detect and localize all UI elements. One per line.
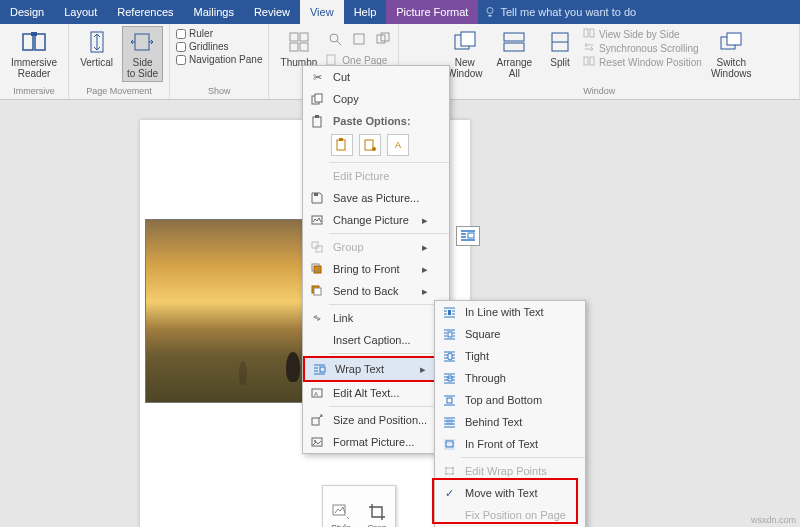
menu-link[interactable]: Link: [303, 307, 449, 329]
arrange-all-icon: [500, 29, 528, 55]
tab-mailings[interactable]: Mailings: [184, 0, 244, 24]
svg-rect-44: [320, 367, 325, 372]
group-label-window: Window: [583, 86, 615, 97]
menu-cut[interactable]: ✂Cut: [303, 66, 449, 88]
new-window-icon[interactable]: [374, 30, 392, 48]
svg-rect-34: [365, 140, 373, 150]
navigation-pane-checkbox[interactable]: Navigation Pane: [176, 54, 262, 65]
wrap-square-icon: [441, 326, 457, 342]
tab-references[interactable]: References: [107, 0, 183, 24]
arrange-all-button[interactable]: Arrange All: [492, 26, 538, 82]
crop-button[interactable]: Crop: [359, 486, 395, 527]
wrap-front-icon: [441, 436, 457, 452]
menu-send-to-back[interactable]: Send to Back▸: [303, 280, 449, 302]
svg-point-58: [452, 467, 454, 469]
send-back-icon: [309, 283, 325, 299]
tab-view[interactable]: View: [300, 0, 344, 24]
immersive-reader-button[interactable]: Immersive Reader: [6, 26, 62, 82]
svg-rect-50: [448, 310, 451, 315]
copy-icon: [309, 91, 325, 107]
svg-rect-27: [468, 233, 474, 238]
layout-options-button[interactable]: [456, 226, 480, 246]
wrap-topbottom-icon: [441, 392, 457, 408]
wrap-behind-text[interactable]: Behind Text: [435, 411, 585, 433]
svg-rect-39: [316, 246, 322, 252]
svg-rect-24: [590, 57, 594, 65]
svg-point-57: [445, 467, 447, 469]
menu-format-picture[interactable]: Format Picture...: [303, 431, 449, 453]
alt-text-icon: A: [309, 385, 325, 401]
menu-paste-header: Paste Options:: [303, 110, 449, 132]
wrap-through[interactable]: Through: [435, 367, 585, 389]
paste-option-2[interactable]: [359, 134, 381, 156]
tab-bar: Design Layout References Mailings Review…: [0, 0, 800, 24]
svg-rect-16: [461, 32, 475, 46]
menu-size-position[interactable]: Size and Position...: [303, 409, 449, 431]
group-icon: [309, 239, 325, 255]
cut-icon: ✂: [309, 69, 325, 85]
wrap-top-bottom[interactable]: Top and Bottom: [435, 389, 585, 411]
svg-rect-21: [584, 29, 588, 37]
wrap-in-front-of-text[interactable]: In Front of Text: [435, 433, 585, 455]
split-button[interactable]: Split: [541, 26, 579, 71]
tell-me[interactable]: Tell me what you want to do: [478, 6, 642, 18]
change-picture-icon: [309, 212, 325, 228]
gridlines-checkbox[interactable]: Gridlines: [176, 41, 262, 52]
split-icon: [546, 29, 574, 55]
crop-icon: [368, 503, 386, 521]
menu-edit-alt-text[interactable]: AEdit Alt Text...: [303, 382, 449, 404]
menu-copy[interactable]: Copy: [303, 88, 449, 110]
menu-save-as-picture[interactable]: Save as Picture...: [303, 187, 449, 209]
sync-scroll-option: Synchronous Scrolling: [583, 42, 702, 54]
paste-option-1[interactable]: [331, 134, 353, 156]
tab-help[interactable]: Help: [344, 0, 387, 24]
watermark: wsxdn.com: [751, 515, 796, 525]
menu-bring-to-front[interactable]: Bring to Front▸: [303, 258, 449, 280]
side-to-side-icon: [128, 29, 156, 55]
tab-layout[interactable]: Layout: [54, 0, 107, 24]
svg-rect-17: [504, 33, 524, 41]
svg-point-8: [330, 34, 338, 42]
switch-windows-button[interactable]: Switch Windows: [706, 26, 757, 82]
wrap-square[interactable]: Square: [435, 323, 585, 345]
svg-rect-43: [314, 288, 321, 295]
layout-options-icon: [460, 229, 476, 243]
vertical-scroll-icon: [83, 29, 111, 55]
wrap-text-submenu: In Line with Text Square Tight Through T…: [434, 300, 586, 527]
svg-rect-26: [727, 33, 741, 45]
group-immersive: Immersive Reader Immersive: [0, 24, 69, 99]
svg-rect-5: [300, 33, 308, 41]
zoom-100-icon[interactable]: [350, 30, 368, 48]
group-label-page-movement: Page Movement: [86, 86, 152, 97]
svg-rect-56: [446, 468, 453, 474]
menu-change-picture[interactable]: Change Picture▸: [303, 209, 449, 231]
style-button[interactable]: Style: [323, 486, 359, 527]
wrap-move-with-text[interactable]: ✓Move with Text: [435, 482, 585, 504]
svg-rect-47: [312, 418, 319, 425]
svg-point-35: [372, 147, 376, 151]
document-area: Style Crop ✂Cut Copy Paste Options: A Ed…: [0, 100, 800, 527]
lightbulb-icon: [484, 6, 496, 18]
svg-rect-12: [327, 55, 335, 65]
menu-wrap-text[interactable]: Wrap Text▸: [305, 358, 447, 380]
svg-rect-53: [447, 398, 452, 403]
tab-review[interactable]: Review: [244, 0, 300, 24]
zoom-out-icon[interactable]: [326, 30, 344, 48]
wrap-inline[interactable]: In Line with Text: [435, 301, 585, 323]
side-to-side-button[interactable]: Side to Side: [122, 26, 163, 82]
svg-rect-36: [314, 193, 318, 196]
tab-design[interactable]: Design: [0, 0, 54, 24]
group-window: New Window Arrange All Split View Side b…: [399, 24, 800, 99]
wrap-tight[interactable]: Tight: [435, 345, 585, 367]
wrap-edit-points: Edit Wrap Points: [435, 460, 585, 482]
vertical-button[interactable]: Vertical: [75, 26, 118, 71]
format-picture-icon: [309, 434, 325, 450]
paste-option-3[interactable]: A: [387, 134, 409, 156]
ruler-checkbox[interactable]: Ruler: [176, 28, 262, 39]
menu-edit-picture: Edit Picture: [303, 165, 449, 187]
menu-insert-caption[interactable]: Insert Caption...: [303, 329, 449, 351]
tab-picture-format[interactable]: Picture Format: [386, 0, 478, 24]
wrap-inline-icon: [441, 304, 457, 320]
group-show: Ruler Gridlines Navigation Pane Show: [170, 24, 269, 99]
svg-rect-7: [300, 43, 308, 51]
